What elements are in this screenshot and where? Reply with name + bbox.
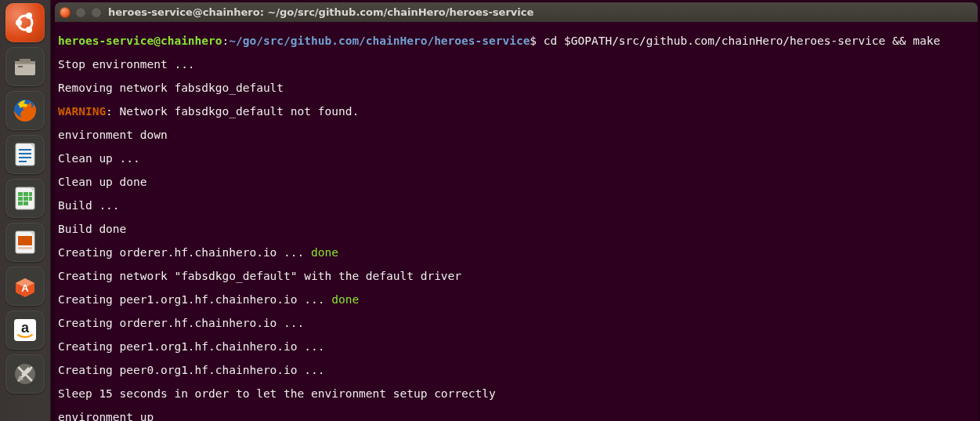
- terminal-window: heroes-service@chainhero: ~/go/src/githu…: [55, 2, 978, 421]
- output-line: environment up: [58, 412, 975, 421]
- prompt-path: ~/go/src/github.com/chainHero/heroes-ser…: [229, 34, 530, 47]
- prompt-user: heroes-service@chainhero: [58, 34, 222, 47]
- output-line: Build done: [58, 223, 975, 235]
- output-line: Clean up done: [58, 176, 975, 188]
- dash-icon[interactable]: [5, 3, 45, 42]
- svg-rect-20: [18, 201, 23, 205]
- output-line: Build ...: [58, 200, 975, 212]
- svg-rect-5: [20, 59, 31, 63]
- output-line: Clean up ...: [58, 153, 975, 165]
- done-label: done: [311, 246, 338, 259]
- firefox-icon[interactable]: [5, 91, 45, 130]
- libreoffice-impress-icon[interactable]: [5, 223, 45, 262]
- libreoffice-calc-icon[interactable]: [5, 179, 45, 218]
- output-line: Creating orderer.hf.chainhero.io ... don…: [58, 247, 975, 259]
- svg-rect-19: [29, 197, 32, 201]
- output-line: WARNING: Network fabsdkgo_default not fo…: [58, 106, 975, 118]
- svg-rect-6: [18, 66, 23, 67]
- command: cd $GOPATH/src/github.com/chainHero/hero…: [544, 34, 940, 47]
- svg-text:a: a: [21, 320, 30, 336]
- amazon-icon[interactable]: a: [5, 310, 45, 350]
- unity-launcher: A a: [0, 0, 51, 421]
- settings-icon[interactable]: [5, 354, 45, 394]
- svg-rect-17: [18, 197, 23, 201]
- warning-label: WARNING: [58, 105, 106, 118]
- titlebar[interactable]: heroes-service@chainhero: ~/go/src/githu…: [55, 2, 978, 22]
- svg-text:A: A: [21, 282, 29, 294]
- svg-rect-15: [24, 192, 28, 196]
- minimize-icon[interactable]: [75, 7, 86, 18]
- svg-rect-24: [18, 247, 32, 249]
- terminal-body[interactable]: heroes-service@chainhero:~/go/src/github…: [55, 22, 978, 421]
- output-line: Removing network fabsdkgo_default: [58, 82, 975, 94]
- files-icon[interactable]: [5, 47, 45, 86]
- output-line: Creating network "fabsdkgo_default" with…: [58, 270, 975, 282]
- svg-rect-21: [24, 201, 28, 205]
- output-line: Creating peer1.org1.hf.chainhero.io ...: [58, 341, 975, 353]
- window-title: heroes-service@chainhero: ~/go/src/githu…: [108, 6, 533, 18]
- svg-rect-18: [24, 197, 28, 201]
- libreoffice-writer-icon[interactable]: [5, 135, 45, 174]
- svg-rect-23: [18, 236, 32, 245]
- close-icon[interactable]: [60, 7, 71, 18]
- output-line: environment down: [58, 129, 975, 141]
- svg-rect-14: [18, 192, 23, 196]
- output-line: Creating peer0.org1.hf.chainhero.io ...: [58, 365, 975, 376]
- output-line: Creating peer1.org1.hf.chainhero.io ... …: [58, 294, 975, 306]
- output-line: Creating orderer.hf.chainhero.io ...: [58, 318, 975, 329]
- done-label: done: [331, 293, 359, 306]
- ubuntu-software-icon[interactable]: A: [5, 267, 45, 306]
- output-line: Sleep 15 seconds in order to let the env…: [58, 388, 975, 400]
- svg-rect-16: [29, 192, 32, 196]
- prompt-line: heroes-service@chainhero:~/go/src/github…: [58, 35, 975, 47]
- output-line: Stop environment ...: [58, 59, 975, 71]
- window-buttons: [60, 7, 102, 18]
- maximize-icon[interactable]: [91, 7, 102, 18]
